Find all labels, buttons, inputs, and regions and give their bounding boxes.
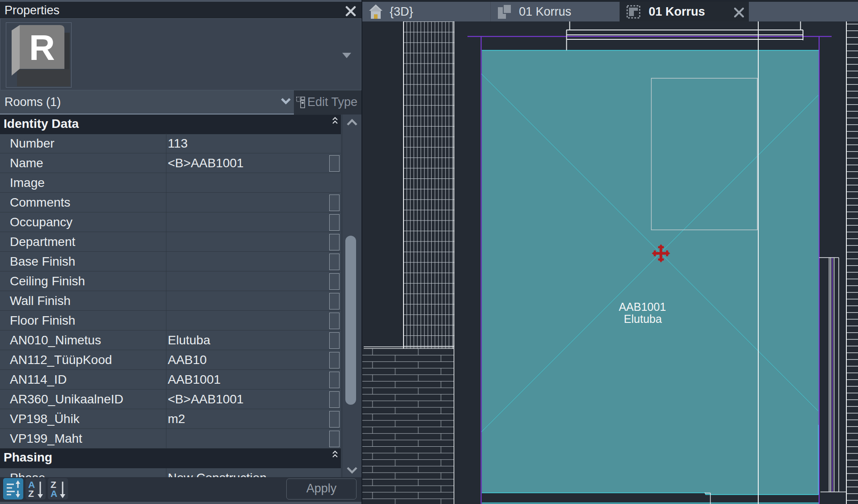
svg-text:A: A xyxy=(51,488,57,499)
svg-text:Elutuba: Elutuba xyxy=(624,313,662,325)
svg-text:AAB1001: AAB1001 xyxy=(619,301,666,313)
svg-text:R: R xyxy=(29,28,55,68)
svg-text:Z: Z xyxy=(28,488,34,499)
